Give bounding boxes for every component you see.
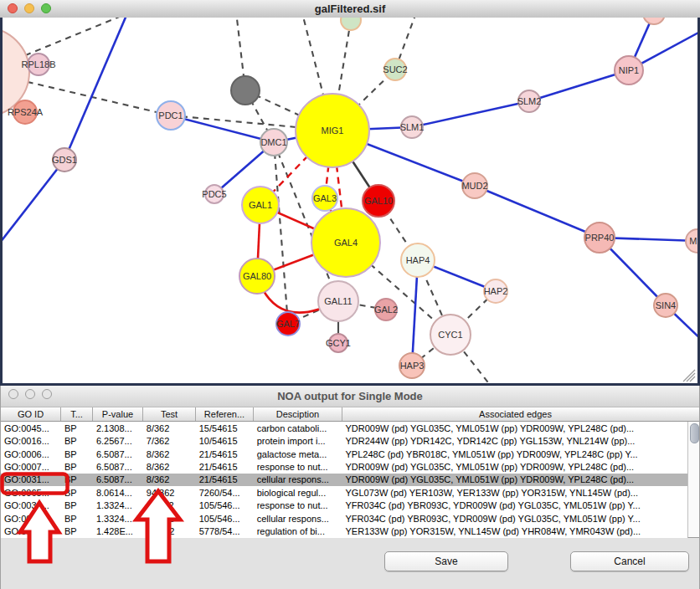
network-graph[interactable]: RPL18BRPS24APDC1MIG1SUC2SLM1SLM2NIP1DMC1… [3, 18, 697, 383]
edge[interactable] [412, 101, 529, 127]
network-window: galFiltered.sif RPL18BRPS24APDC1MIG1SUC2… [0, 0, 700, 386]
table-row-selected[interactable]: GO:0031...BP6.5087...8/36221/54615cellul… [1, 474, 687, 486]
table-cell: 7/362 [143, 434, 196, 447]
table-cell: BP [61, 525, 93, 538]
column-header-test[interactable]: Test [143, 407, 196, 421]
table-row[interactable]: GO:0031...BP1.3324...11/362105/546...cel… [1, 512, 687, 525]
table-cell: GO:0007... [1, 460, 61, 473]
edge[interactable] [475, 186, 600, 238]
node-label: GAL4 [334, 238, 358, 248]
table-cell: 6.2567... [93, 434, 143, 447]
table-cell: BP [61, 448, 93, 460]
table-cell: 8/362 [143, 460, 196, 473]
edge[interactable] [3, 160, 64, 243]
table-cell: GO:0050... [1, 525, 61, 538]
node-label: HAP2 [484, 286, 508, 296]
table-cell: BP [61, 460, 93, 473]
edge[interactable] [171, 115, 274, 142]
table-cell: GO:0065... [1, 486, 61, 499]
network-window-title: galFiltered.sif [315, 3, 386, 15]
table-row[interactable]: GO:0045...BP2.1308...8/36215/54615carbon… [1, 422, 687, 434]
table-row[interactable]: GO:0050...BP1.428E...80/3625778/54...reg… [1, 525, 687, 538]
node-label: SIN4 [656, 300, 676, 310]
node-label: PDC5 [202, 189, 226, 199]
noa-output-window: NOA output for Single Mode GO IDT...P-va… [0, 386, 700, 589]
edge[interactable] [529, 70, 629, 101]
table-cell: YDR244W (pp) YDR142C, YDR142C (pp) YGL15… [342, 434, 687, 447]
node-label: GAL11 [324, 296, 352, 306]
table-cell: 11/362 [143, 512, 196, 525]
node-label: MSI [689, 236, 697, 246]
node-greencut[interactable] [341, 18, 361, 30]
zoom-button[interactable] [41, 3, 51, 13]
screen: galFiltered.sif RPL18BRPS24APDC1MIG1SUC2… [0, 0, 700, 589]
network-canvas[interactable]: RPL18BRPS24APDC1MIG1SUC2SLM1SLM2NIP1DMC1… [0, 18, 700, 383]
table-cell: GO:0045... [1, 422, 61, 434]
table-row[interactable]: GO:0007...BP6.5087...8/36221/54615respon… [1, 460, 687, 473]
node-label: MUD2 [461, 181, 487, 191]
table-row[interactable]: GO:0006...BP6.5087...8/36221/54615galact… [1, 448, 687, 460]
table-cell: BP [61, 434, 93, 447]
table-row[interactable]: GO:0016...BP6.2567...7/36210/54615protei… [1, 434, 687, 447]
column-header-desciption[interactable]: Desciption [254, 407, 342, 421]
table-cell: 1.3324... [93, 512, 143, 525]
node-label: GAL7 [276, 319, 300, 329]
node-label: GAL1 [249, 200, 272, 210]
scrollbar-thumb[interactable] [690, 423, 699, 443]
column-header-t-[interactable]: T... [61, 407, 93, 421]
table-cell: 105/546... [196, 499, 254, 512]
table-cell: 21/54615 [196, 460, 254, 473]
table-cell: 1.428E... [93, 525, 143, 538]
table-row[interactable]: GO:0065...BP8.0614...94/3627260/54...bio… [1, 486, 687, 499]
noa-window-titlebar[interactable]: NOA output for Single Mode [1, 386, 699, 407]
column-header-associated-edges[interactable]: Associated edges [342, 407, 688, 421]
close-button[interactable] [8, 3, 18, 13]
table-cell: 8.0614... [93, 486, 143, 499]
save-button[interactable]: Save [384, 551, 508, 571]
node-label: CYC1 [438, 330, 462, 340]
minimize-button[interactable] [24, 3, 34, 13]
table-cell: YPL248C (pd) YBR018C, YML051W (pp) YDR00… [342, 448, 687, 460]
resize-grip[interactable] [683, 370, 695, 382]
table-cell: GO:0006... [1, 448, 61, 460]
traffic-lights-inactive [8, 389, 52, 399]
table-cell: GO:0031... [1, 499, 61, 512]
table-header[interactable]: GO IDT...P-valueTestReferen...Desciption… [1, 407, 699, 422]
close-button[interactable] [8, 389, 18, 399]
zoom-button[interactable] [42, 389, 52, 399]
node-label: SLM2 [517, 96, 542, 106]
cancel-button[interactable]: Cancel [570, 551, 689, 571]
table-cell: cellular respons... [254, 474, 342, 486]
node-label: GAL2 [374, 305, 398, 315]
node-pinkcut[interactable] [643, 18, 665, 24]
table-cell: 6.5087... [93, 460, 143, 473]
table-cell: cellular respons... [254, 512, 342, 525]
table-cell: protein import i... [254, 434, 342, 447]
table-cell: 6.5087... [93, 474, 143, 486]
table-cell: 6.5087... [93, 448, 143, 460]
table-cell: carbon cataboli... [254, 422, 342, 434]
table-cell: 8/362 [143, 422, 196, 434]
column-header-p-value[interactable]: P-value [93, 407, 143, 421]
edge[interactable] [274, 142, 288, 324]
node-label: SLM1 [400, 122, 425, 132]
network-window-titlebar[interactable]: galFiltered.sif [0, 0, 700, 18]
vertical-scrollbar[interactable] [687, 422, 699, 538]
minimize-button[interactable] [25, 389, 35, 399]
table-row[interactable]: GO:0031...BP1.3324...11/362105/546...res… [1, 499, 687, 512]
table-body: GO:0045...BP2.1308...8/36215/54615carbon… [1, 422, 687, 539]
node-label: GAL10 [364, 196, 393, 206]
node-label: GAL80 [243, 271, 271, 281]
table-cell: regulation of bi... [254, 525, 342, 538]
table-cell: 80/362 [143, 525, 196, 538]
column-header-referen-[interactable]: Referen... [196, 407, 254, 421]
table-cell: 105/546... [196, 512, 254, 525]
table-cell: YER133W (pp) YOR315W, YNL145W (pd) YHR08… [342, 525, 687, 538]
column-header-go-id[interactable]: GO ID [1, 407, 61, 421]
node-label: GDS1 [52, 155, 77, 165]
table-cell: 1.3324... [93, 499, 143, 512]
table-cell: GO:0016... [1, 434, 61, 447]
table-cell: YFR034C (pd) YBR093C, YDR009W (pd) YGL03… [342, 499, 687, 512]
edge[interactable] [64, 18, 127, 160]
node-graynode[interactable] [231, 76, 260, 105]
